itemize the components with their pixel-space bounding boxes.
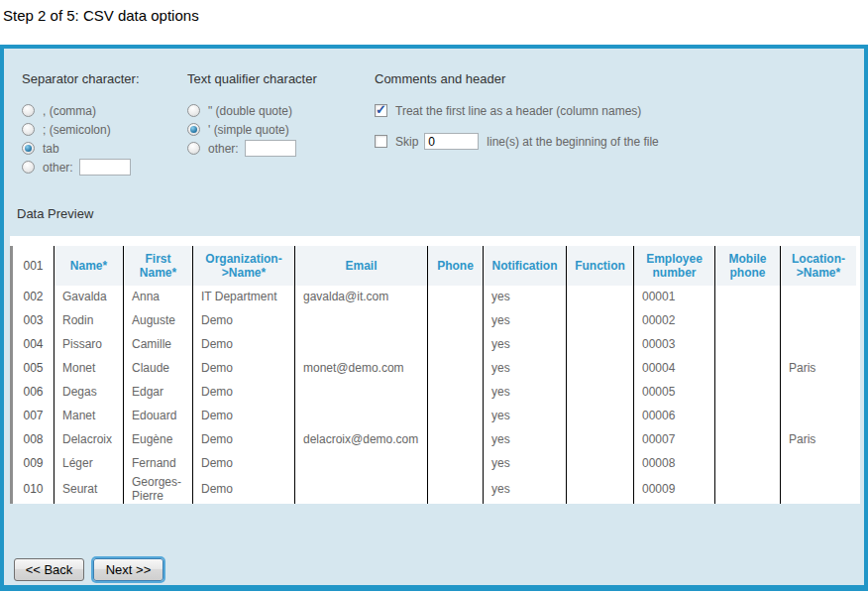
data-cell: Edouard — [124, 405, 193, 428]
data-cell — [715, 476, 781, 504]
column-header: Notification — [484, 246, 567, 286]
preview-table: 001Name*First Name*Organization->Name*Em… — [10, 246, 859, 504]
data-cell: yes — [484, 405, 567, 428]
data-cell: yes — [484, 428, 567, 452]
data-cell: yes — [484, 333, 567, 357]
data-cell: yes — [484, 452, 567, 476]
data-cell: Demo — [193, 333, 295, 357]
data-cell: Demo — [193, 452, 295, 476]
table-row: 006DegasEdgarDemoyes00005 — [12, 381, 858, 405]
radio-option-comma[interactable]: , (comma) — [22, 101, 187, 120]
separator-group: Separator character: , (comma) ; (semico… — [22, 71, 187, 177]
data-cell: Camille — [124, 333, 193, 357]
table-row: 004PissaroCamilleDemoyes00003 — [12, 333, 858, 357]
separator-title: Separator character: — [22, 71, 187, 86]
qualifier-other-input[interactable] — [245, 140, 296, 157]
radio-option-semicolon[interactable]: ; (semicolon) — [22, 120, 187, 139]
radio-option-separator-other[interactable]: other: — [22, 158, 187, 177]
column-header: Email — [295, 246, 428, 286]
column-header: Name* — [54, 246, 124, 286]
data-cell: 00008 — [634, 452, 715, 476]
data-cell: Gavalda — [54, 286, 124, 309]
data-cell — [428, 333, 484, 357]
data-cell: Demo — [193, 357, 295, 381]
data-cell — [428, 452, 484, 476]
column-header: Function — [567, 246, 634, 286]
data-cell — [295, 381, 428, 405]
radio-icon[interactable] — [22, 123, 35, 136]
page-title: Step 2 of 5: CSV data options — [3, 7, 199, 24]
data-cell: yes — [484, 357, 567, 381]
data-cell: 00001 — [634, 286, 715, 309]
data-cell: Pissaro — [54, 333, 124, 357]
data-cell: 00004 — [634, 357, 715, 381]
qualifier-group: Text qualifier character " (double quote… — [187, 71, 375, 177]
data-cell — [567, 357, 634, 381]
data-cell — [428, 381, 484, 405]
table-row: 005MonetClaudeDemomonet@demo.comyes00004… — [12, 357, 858, 381]
data-cell: Paris — [781, 428, 858, 452]
data-cell — [428, 286, 484, 309]
row-number-cell: 009 — [12, 452, 54, 476]
data-cell — [428, 357, 484, 381]
radio-icon[interactable] — [187, 104, 200, 117]
preview-table-head: 001Name*First Name*Organization->Name*Em… — [12, 246, 858, 286]
skip-lines-input[interactable] — [424, 133, 479, 150]
data-preview-table-container: 001Name*First Name*Organization->Name*Em… — [10, 236, 860, 504]
comments-header-title: Comments and header — [375, 71, 854, 86]
data-cell — [781, 286, 858, 309]
skip-label: Skip — [395, 135, 418, 149]
next-button[interactable]: Next >> — [93, 558, 163, 581]
data-cell: 00006 — [634, 405, 715, 428]
radio-icon[interactable] — [187, 142, 200, 155]
data-cell: Georges-Pierre — [124, 476, 193, 504]
data-cell: Monet — [54, 357, 124, 381]
radio-icon[interactable] — [22, 104, 35, 117]
data-cell: Paris — [781, 357, 858, 381]
data-cell: monet@demo.com — [295, 357, 428, 381]
data-cell — [567, 452, 634, 476]
data-cell — [781, 405, 858, 428]
radio-option-simple-quote[interactable]: ' (simple quote) — [187, 120, 375, 139]
data-cell: 00002 — [634, 309, 715, 333]
data-cell — [567, 286, 634, 309]
header-row: 001Name*First Name*Organization->Name*Em… — [12, 246, 858, 286]
skip-lines-row: Skip line(s) at the beginning of the fil… — [375, 132, 854, 151]
radio-icon-selected[interactable] — [187, 123, 200, 136]
data-cell: yes — [484, 476, 567, 504]
data-cell — [295, 309, 428, 333]
qualifier-title: Text qualifier character — [187, 71, 375, 86]
column-header: Organization->Name* — [193, 246, 295, 286]
data-cell — [781, 381, 858, 405]
checkbox-unchecked-icon[interactable] — [375, 135, 387, 148]
checkbox-checked-icon[interactable] — [375, 104, 387, 117]
data-cell: 00003 — [634, 333, 715, 357]
radio-icon[interactable] — [22, 161, 35, 174]
comments-header-group: Comments and header Treat the first line… — [375, 71, 854, 177]
radio-option-double-quote[interactable]: " (double quote) — [187, 101, 375, 120]
data-cell — [567, 428, 634, 452]
column-header: Mobile phone — [715, 246, 781, 286]
csv-options-panel: Separator character: , (comma) ; (semico… — [0, 45, 868, 591]
row-number-header: 001 — [12, 246, 54, 286]
table-row: 009LégerFernandDemoyes00008 — [12, 452, 858, 476]
radio-option-tab[interactable]: tab — [22, 139, 187, 158]
data-preview-label: Data Preview — [17, 206, 864, 221]
table-row: 003RodinAugusteDemoyes00002 — [12, 309, 858, 333]
data-cell — [781, 309, 858, 333]
data-cell: 00005 — [634, 381, 715, 405]
data-cell — [567, 381, 634, 405]
radio-option-qualifier-other[interactable]: other: — [187, 139, 375, 158]
data-cell: Eugène — [124, 428, 193, 452]
data-cell: yes — [484, 286, 567, 309]
back-button[interactable]: << Back — [14, 558, 84, 581]
radio-icon-selected[interactable] — [22, 142, 35, 155]
first-line-header-checkbox-row[interactable]: Treat the first line as a header (column… — [375, 101, 854, 120]
row-number-cell: 002 — [12, 286, 54, 309]
row-number-cell: 010 — [12, 476, 54, 504]
data-cell: Edgar — [124, 381, 193, 405]
separator-other-input[interactable] — [79, 159, 131, 176]
data-cell: IT Department — [193, 286, 295, 309]
table-row: 007ManetEdouardDemoyes00006 — [12, 405, 858, 428]
data-cell: Claude — [124, 357, 193, 381]
